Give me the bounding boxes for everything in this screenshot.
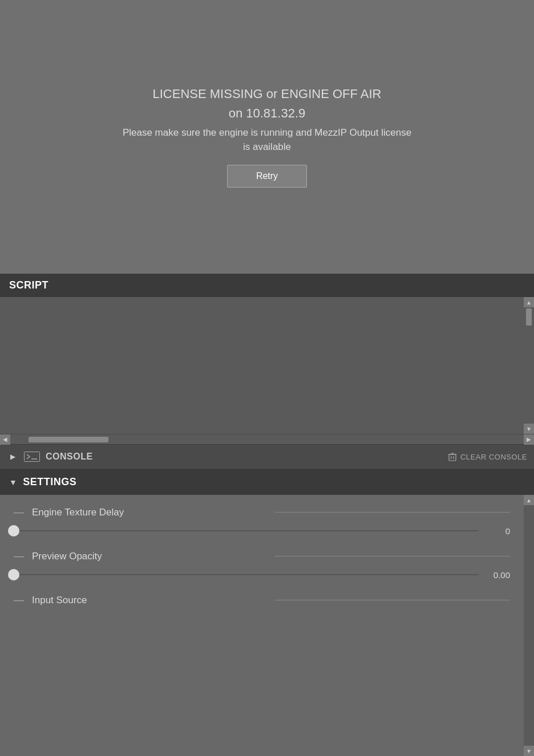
error-description: Please make sure the engine is running a… [119, 125, 415, 155]
scroll-left-arrow[interactable]: ◀ [0, 434, 10, 445]
svg-rect-2 [449, 454, 456, 461]
scroll-right-arrow[interactable]: ▶ [524, 434, 534, 445]
setting-label-1: Preview Opacity [32, 551, 267, 562]
console-label: CONSOLE [46, 452, 93, 462]
error-subtitle: on 10.81.32.9 [229, 106, 306, 121]
main-container: LICENSE MISSING or ENGINE OFF AIR on 10.… [0, 0, 534, 756]
scroll-track-horizontal [11, 437, 523, 442]
setting-item-engine-texture-delay: — Engine Texture Delay 0 [14, 506, 510, 536]
settings-section: ▼ SETTINGS — Engine Texture Delay [0, 469, 534, 756]
setting-dash-2: — [14, 594, 24, 606]
retry-button[interactable]: Retry [227, 165, 307, 188]
slider-container-1 [14, 569, 479, 580]
setting-label-2: Input Source [32, 595, 267, 606]
scroll-up-arrow[interactable]: ▲ [524, 297, 534, 307]
settings-scrollbar: ▲ ▼ [524, 495, 534, 756]
setting-label-0: Engine Texture Delay [32, 507, 267, 518]
error-title: LICENSE MISSING or ENGINE OFF AIR [153, 87, 382, 101]
setting-label-row-2: — Input Source [14, 594, 510, 606]
slider-thumb-1[interactable] [8, 569, 19, 580]
setting-label-row-0: — Engine Texture Delay [14, 506, 510, 518]
script-editor[interactable] [0, 297, 524, 434]
slider-row-1: 0.00 [14, 569, 510, 580]
setting-item-input-source: — Input Source [14, 594, 510, 606]
console-play-button[interactable]: ▶ [7, 451, 18, 462]
setting-dash-1: — [14, 550, 24, 562]
console-terminal-icon [23, 451, 41, 462]
settings-inner: — Engine Texture Delay 0 [0, 495, 524, 756]
console-bar: ▶ CONSOLE [0, 444, 534, 469]
script-content-area [0, 297, 524, 434]
slider-value-0: 0 [484, 526, 510, 536]
clear-console-label: CLEAR CONSOLE [460, 453, 527, 461]
settings-content: — Engine Texture Delay 0 [0, 495, 534, 756]
settings-chevron-icon: ▼ [9, 478, 17, 487]
scroll-thumb-vertical[interactable] [526, 308, 532, 326]
scroll-down-arrow[interactable]: ▼ [524, 424, 534, 434]
script-scrollbar-horizontal: ◀ ▶ [0, 434, 534, 444]
script-scrollbar-vertical: ▲ ▼ [524, 297, 534, 434]
slider-track-0 [14, 530, 479, 531]
scroll-thumb-horizontal[interactable] [29, 437, 108, 442]
script-section: SCRIPT ▲ ▼ [0, 274, 534, 469]
slider-track-1 [14, 574, 479, 575]
trash-icon [448, 452, 457, 462]
scroll-track-vertical [526, 308, 532, 422]
settings-scroll-down[interactable]: ▼ [524, 746, 534, 756]
slider-thumb-0[interactable] [8, 525, 19, 536]
setting-dash-0: — [14, 506, 24, 518]
label-line-1 [275, 556, 510, 556]
settings-header: ▼ SETTINGS [0, 469, 534, 495]
license-error-area: LICENSE MISSING or ENGINE OFF AIR on 10.… [0, 0, 534, 274]
settings-scroll-up[interactable]: ▲ [524, 495, 534, 505]
settings-header-label: SETTINGS [23, 476, 76, 488]
svg-rect-0 [25, 452, 40, 462]
label-line-0 [275, 512, 510, 513]
slider-row-0: 0 [14, 525, 510, 536]
slider-container-0 [14, 525, 479, 536]
slider-value-1: 0.00 [484, 570, 510, 580]
setting-item-preview-opacity: — Preview Opacity 0.00 [14, 550, 510, 580]
clear-console-button[interactable]: CLEAR CONSOLE [448, 452, 527, 462]
script-header: SCRIPT [0, 274, 534, 297]
label-line-2 [275, 600, 510, 600]
setting-label-row-1: — Preview Opacity [14, 550, 510, 562]
